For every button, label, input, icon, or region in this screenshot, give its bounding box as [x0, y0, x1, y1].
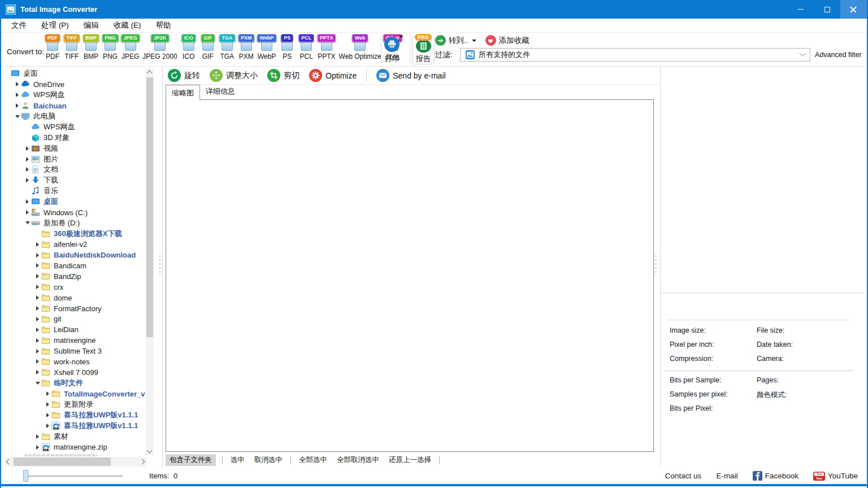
- minimize-button[interactable]: [787, 0, 814, 19]
- tree-item[interactable]: 3D 对象: [1, 132, 146, 143]
- tree-collapse-arrow[interactable]: [24, 221, 31, 224]
- tree-expand-arrow[interactable]: [34, 338, 41, 343]
- tree-item[interactable]: 下载: [1, 175, 146, 186]
- tree-item[interactable]: Windows (C:): [1, 207, 146, 218]
- tree-expand-arrow[interactable]: [34, 285, 41, 289]
- advanced-filter-link[interactable]: Advanced filter: [815, 51, 862, 59]
- tree-expand-arrow[interactable]: [34, 328, 41, 332]
- tree-expand-arrow[interactable]: [14, 103, 21, 108]
- format-button-ps[interactable]: PSPS: [277, 34, 297, 60]
- tree-item[interactable]: 新加卷 (D:): [1, 217, 146, 228]
- tree-expand-arrow[interactable]: [34, 359, 41, 364]
- resize-button[interactable]: 调整大小: [210, 69, 258, 82]
- tree-item[interactable]: 喜马拉雅UWP版v1.1.1: [1, 410, 146, 421]
- tree-item[interactable]: 360极速浏览器X下载: [1, 228, 146, 239]
- tree-expand-arrow[interactable]: [34, 274, 41, 278]
- selection-button[interactable]: 还原上一选择: [387, 454, 433, 466]
- tree-horizontal-scrollbar[interactable]: [5, 457, 146, 467]
- tree-expand-arrow[interactable]: [44, 424, 51, 428]
- maximize-button[interactable]: [814, 0, 840, 19]
- tree-expand-arrow[interactable]: [34, 306, 41, 311]
- tree-item[interactable]: TotalImageConverter_v: [1, 389, 146, 399]
- format-button-pdf[interactable]: PDFPDF: [43, 34, 62, 60]
- tree-item[interactable]: Baichuan: [1, 101, 146, 111]
- tree-expand-arrow[interactable]: [34, 295, 41, 300]
- tree-item[interactable]: 临时文件: [1, 378, 146, 389]
- format-button-ico[interactable]: ICOICO: [179, 34, 198, 60]
- e-mail-link[interactable]: E-mail: [716, 472, 737, 480]
- tree-expand-arrow[interactable]: [34, 370, 41, 374]
- tree-item[interactable]: 图片: [1, 154, 146, 164]
- tree-collapse-arrow[interactable]: [34, 382, 41, 385]
- tree-item[interactable]: OneDrive: [1, 79, 146, 90]
- tree-vertical-scrollbar[interactable]: [146, 68, 154, 455]
- tree-item[interactable]: 文档: [1, 164, 146, 175]
- scroll-down-arrow[interactable]: [147, 448, 153, 454]
- menu-item[interactable]: 文件: [11, 20, 27, 30]
- tree-expand-arrow[interactable]: [24, 157, 31, 162]
- tab-details[interactable]: 详细信息: [200, 84, 241, 100]
- tree-item[interactable]: Sublime Text 3: [1, 346, 146, 356]
- tree-item[interactable]: 此电脑: [1, 111, 146, 122]
- tree-expand-arrow[interactable]: [14, 82, 21, 86]
- tree-expand-arrow[interactable]: [14, 93, 21, 97]
- close-button[interactable]: [840, 0, 867, 19]
- tree-item[interactable]: WPS网盘: [1, 90, 146, 101]
- tree-expand-arrow[interactable]: [24, 199, 31, 204]
- format-button-png[interactable]: PNGPNG: [101, 34, 120, 60]
- tree-expand-arrow[interactable]: [34, 317, 41, 321]
- tree-item[interactable]: aifenlei-v2: [1, 239, 146, 250]
- tree-expand-arrow[interactable]: [24, 146, 31, 151]
- format-button-jp2k[interactable]: JP2KJPEG 2000: [141, 34, 179, 60]
- contact-us-link[interactable]: Contact us: [665, 472, 702, 480]
- tree-item[interactable]: Xshell 7 0099: [1, 367, 146, 378]
- tree-collapse-arrow[interactable]: [14, 115, 21, 118]
- format-button-jpeg[interactable]: JPEGJPEG: [120, 34, 141, 60]
- tree-expand-arrow[interactable]: [34, 242, 41, 247]
- tree-item[interactable]: BandZip: [1, 271, 146, 282]
- tree-expand-arrow[interactable]: [44, 391, 51, 396]
- tree-item[interactable]: WPS网盘: [1, 121, 146, 132]
- gear-button[interactable]: Optimize: [309, 69, 357, 82]
- tree-expand-arrow[interactable]: [24, 210, 31, 215]
- format-button-webp[interactable]: WebPWebP: [256, 34, 277, 60]
- format-button-bmp[interactable]: BMPBMP: [81, 34, 101, 60]
- format-button-tiff[interactable]: TIFFTIFF: [62, 34, 81, 60]
- format-button-web[interactable]: WebWeb Optimize: [337, 34, 383, 60]
- tree-expand-arrow[interactable]: [34, 445, 41, 450]
- tree-item[interactable]: FormatFactory: [1, 303, 146, 314]
- format-button-gif[interactable]: GIFGIF: [198, 34, 218, 60]
- tree-item[interactable]: Bandicam: [1, 260, 146, 271]
- tree-expand-arrow[interactable]: [24, 178, 31, 182]
- print-button[interactable]: 打印: [384, 37, 400, 64]
- scroll-up-arrow[interactable]: [147, 71, 153, 76]
- thumbnail-area[interactable]: [166, 99, 654, 452]
- tree-item[interactable]: dome: [1, 293, 146, 303]
- thumbnail-size-slider[interactable]: [27, 476, 123, 477]
- rotate-button[interactable]: 旋转: [168, 69, 200, 82]
- splitter-grip[interactable]: [159, 255, 161, 276]
- facebook-link[interactable]: Facebook: [753, 471, 798, 481]
- tree-item[interactable]: 更新附录: [1, 399, 146, 410]
- splitter-grip[interactable]: [654, 255, 657, 276]
- tree-item[interactable]: ZIPmatrixengine.zip: [1, 442, 146, 452]
- tree-expand-arrow[interactable]: [34, 349, 41, 354]
- tree-expand-arrow[interactable]: [34, 253, 41, 258]
- tree-expand-arrow[interactable]: [34, 434, 41, 439]
- tree-item[interactable]: work-notes: [1, 356, 146, 367]
- slider-handle[interactable]: [23, 470, 28, 482]
- tree-item[interactable]: BaiduNetdiskDownload: [1, 250, 146, 260]
- youtube-link[interactable]: YouTubeYouTube: [813, 472, 858, 481]
- scroll-right-arrow[interactable]: [140, 459, 145, 465]
- menu-item[interactable]: 收藏 (E): [114, 20, 141, 30]
- tree-expand-arrow[interactable]: [34, 263, 41, 268]
- tree-expand-arrow[interactable]: [24, 167, 31, 172]
- tree-item[interactable]: 视频: [1, 143, 146, 154]
- selection-button[interactable]: 选中: [229, 454, 246, 466]
- tree-item[interactable]: 素材: [1, 431, 146, 442]
- tree-expand-arrow[interactable]: [14, 456, 21, 457]
- format-button-pxm[interactable]: PXMPXM: [237, 34, 256, 60]
- report-button[interactable]: PRO 报告: [412, 36, 435, 64]
- format-button-pcl[interactable]: PCLPCL: [297, 34, 316, 60]
- tree-item[interactable]: git: [1, 313, 146, 324]
